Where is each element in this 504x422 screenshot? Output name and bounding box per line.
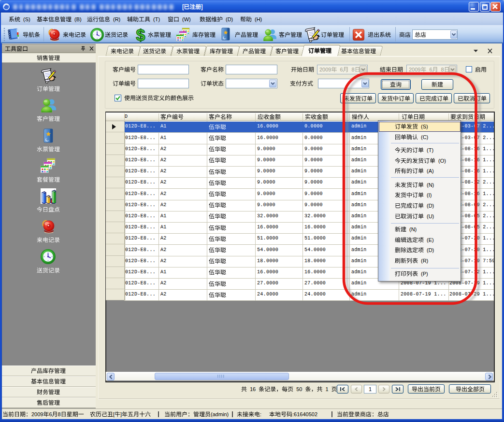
svg-text:$: $ <box>136 28 145 42</box>
